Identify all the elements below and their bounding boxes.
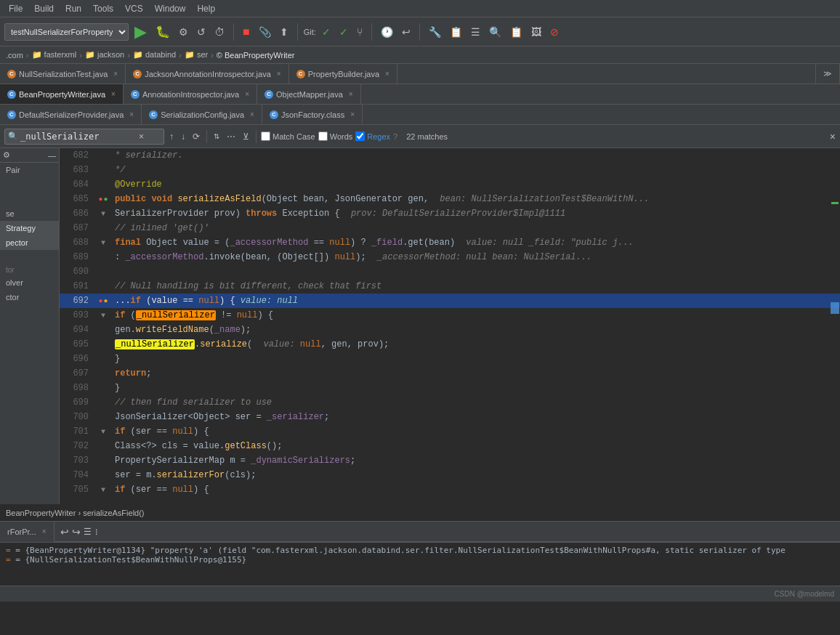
breadcrumb-databind[interactable]: 📁 databind (133, 50, 176, 60)
words-wrap[interactable]: Words (318, 132, 353, 141)
deploy-button[interactable]: ⬆ (277, 25, 291, 39)
block-button[interactable]: ⊘ (547, 25, 562, 39)
fold-686[interactable]: ▼ (101, 210, 105, 218)
search-filter-btn[interactable]: ⊻ (241, 131, 251, 142)
history-button[interactable]: 🕐 (378, 25, 396, 39)
code-line-700: 700 JsonSerializer<Object> ser = _serial… (60, 410, 840, 424)
left-panel-olver[interactable]: olver (0, 275, 59, 290)
tab-scroll-right[interactable]: ≫ (815, 64, 840, 84)
search-close-btn[interactable]: × (830, 131, 836, 142)
settings-button[interactable]: 🔧 (426, 25, 444, 39)
search-input-wrap[interactable]: 🔍 × (4, 129, 164, 145)
tab-rforpr[interactable]: rForPr... × (0, 522, 54, 542)
menu-file[interactable]: File (3, 2, 28, 15)
copy-button[interactable]: 📋 (507, 25, 525, 39)
tab-close-2[interactable]: × (277, 70, 281, 78)
menu-vcs[interactable]: VCS (119, 2, 149, 15)
tab-close-3[interactable]: × (385, 70, 389, 78)
fold-693[interactable]: ▼ (101, 312, 105, 320)
breadcrumb-jackson[interactable]: 📁 jackson (85, 50, 124, 60)
editor-area: 682 * serializer. 683 */ 684 @Override (60, 148, 840, 504)
tab-propertybuilder[interactable]: C PropertyBuilder.java × (289, 64, 397, 84)
git-branch[interactable]: ⑂ (354, 25, 366, 39)
img-button[interactable]: 🖼 (528, 25, 544, 39)
menu-tools[interactable]: Tools (87, 2, 119, 15)
tab-objectmapper[interactable]: C ObjectMapper.java × (257, 84, 361, 105)
search-input[interactable] (20, 132, 137, 142)
regex-help[interactable]: ? (393, 132, 397, 141)
attach-button[interactable]: 📎 (256, 25, 274, 39)
bottom-btn2[interactable]: ↪ (72, 526, 81, 538)
tab-beanpropertywriter[interactable]: C BeanPropertyWriter.java × (0, 84, 124, 105)
search-clear-btn[interactable]: × (137, 131, 146, 142)
tab-close-rforpr[interactable]: × (42, 527, 47, 535)
bottom-btn1[interactable]: ↩ (60, 526, 69, 538)
tab-close-6[interactable]: × (349, 90, 353, 98)
tab-defaultserializerprovider[interactable]: C DefaultSerializerProvider.java × (0, 105, 142, 125)
menu-run[interactable]: Run (60, 2, 87, 15)
words-checkbox[interactable] (318, 132, 328, 141)
minimize-icon[interactable]: — (48, 151, 56, 160)
stop-button[interactable]: ■ (240, 24, 253, 40)
fold-701[interactable]: ▼ (101, 428, 105, 436)
tab-close-4[interactable]: × (111, 90, 116, 98)
search-replace-all-btn[interactable]: ⇅ (211, 132, 222, 141)
run-button[interactable]: ▶ (132, 21, 150, 43)
tab-jsonfactory[interactable]: C JsonFactory.class × (262, 105, 363, 125)
tab-close-8[interactable]: × (250, 110, 254, 118)
match-case-checkbox[interactable] (261, 132, 270, 141)
tab-jacksonannotation[interactable]: C JacksonAnnotationIntrospector.java × (126, 64, 289, 84)
search-toolbar[interactable]: 🔍 (486, 25, 504, 39)
undo-button[interactable]: ↩ (399, 25, 413, 39)
tab-close-1[interactable]: × (113, 70, 118, 78)
code-area[interactable]: 682 * serializer. 683 */ 684 @Override (60, 148, 840, 504)
left-panel-pector[interactable]: pector (0, 235, 59, 250)
fold-688[interactable]: ▼ (101, 239, 105, 247)
left-panel-pair[interactable]: Pair (0, 163, 59, 177)
menu-help[interactable]: Help (191, 2, 221, 15)
menu-window[interactable]: Window (149, 2, 192, 15)
breakpoint-692[interactable]: ● (98, 297, 102, 305)
fold-705[interactable]: ▼ (101, 486, 105, 494)
debug-button[interactable]: 🐛 (153, 23, 173, 40)
tab-nullserializationtest[interactable]: C NullSerializationTest.java × (0, 64, 126, 84)
git-checkmark1[interactable]: ✓ (319, 25, 334, 39)
settings-icon[interactable]: ⚙ (3, 150, 10, 160)
tab-annotationintrospector[interactable]: C AnnotationIntrospector.java × (124, 84, 257, 105)
search-prev-btn[interactable]: ↑ (167, 131, 176, 142)
tab-row-3: C DefaultSerializerProvider.java × C Ser… (0, 105, 840, 125)
left-panel-ctor[interactable]: ctor (0, 290, 59, 304)
profile-button[interactable]: ⏱ (211, 25, 227, 39)
breakpoint-685[interactable]: ● (98, 195, 102, 203)
breadcrumb-class[interactable]: © BeanPropertyWriter (217, 51, 295, 60)
bottom-btn4[interactable]: ⫶ (94, 527, 99, 537)
console-eq-1: = (6, 546, 15, 555)
breadcrumb-ser[interactable]: 📁 ser (185, 50, 208, 60)
git-checkmark2[interactable]: ✓ (336, 25, 351, 39)
vcs-button[interactable]: 📋 (447, 25, 465, 39)
line-code-691: // Null handling is bit different, check… (112, 281, 830, 291)
tab-close-5[interactable]: × (245, 90, 249, 98)
match-case-wrap[interactable]: Match Case (261, 132, 315, 141)
bottom-btn3[interactable]: ☰ (84, 527, 92, 537)
search-next-btn[interactable]: ↓ (179, 131, 187, 142)
regex-checkbox[interactable] (355, 132, 365, 141)
regex-wrap[interactable]: Regex (355, 132, 390, 141)
left-panel-strategy[interactable]: Strategy (0, 221, 59, 235)
run-config-dropdown[interactable]: testNullSerializerForProperty (4, 23, 129, 41)
breadcrumb-com[interactable]: .com (6, 51, 23, 60)
line-code-704: ser = m.serializerFor(cls); (112, 470, 830, 480)
left-panel-tor[interactable]: tor (0, 264, 59, 275)
menu-build[interactable]: Build (28, 2, 60, 15)
tab-close-7[interactable]: × (129, 110, 134, 118)
tab-serializationconfig[interactable]: C SerializationConfig.java × (142, 105, 262, 125)
build-button[interactable]: ⚙ (176, 25, 191, 39)
left-panel-se[interactable]: se (0, 206, 59, 221)
reload-button[interactable]: ↺ (194, 25, 209, 39)
breadcrumb-fasterxml[interactable]: 📁 fasterxml (32, 50, 77, 60)
search-options-btn[interactable]: ⋯ (225, 131, 238, 142)
separator4 (419, 23, 420, 41)
tab-close-9[interactable]: × (350, 110, 355, 118)
search-refresh-btn[interactable]: ⟳ (190, 131, 202, 142)
tool1[interactable]: ☰ (468, 25, 483, 39)
